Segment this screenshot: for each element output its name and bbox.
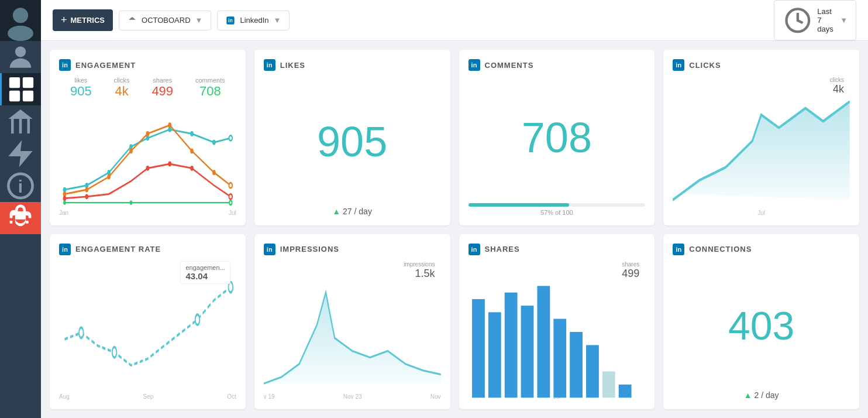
board-caret-icon: ▼: [195, 16, 203, 25]
clicks-li-icon: in: [673, 59, 684, 71]
shares-chart: shares 499: [469, 261, 646, 393]
comments-card: in COMMENTS 708 57% of 100: [459, 50, 655, 225]
connections-arrow-icon: ▲: [744, 390, 752, 400]
metrics-label: METRICS: [71, 16, 105, 25]
svg-point-1: [8, 26, 33, 41]
sidebar-item-user[interactable]: [0, 41, 41, 73]
connections-header: in CONNECTIONS: [673, 244, 850, 255]
eng-rate-x-oct: Oct: [227, 393, 236, 400]
sidebar-item-lightning[interactable]: [0, 138, 41, 170]
connections-big-number: 403: [728, 306, 794, 345]
svg-rect-55: [570, 332, 583, 398]
svg-marker-10: [8, 141, 32, 167]
likes-big-number: 905: [317, 121, 387, 163]
likes-stat: likes 905: [70, 77, 92, 99]
main-content: + METRICS OCTOBOARD ▼ in LinkedIn ▼ Last…: [41, 0, 868, 418]
connections-card: in CONNECTIONS 403 ▲ 2 / day: [663, 234, 859, 410]
impressions-li-icon: in: [264, 244, 275, 255]
eng-rate-chart: engagemen... 43.04: [59, 261, 236, 392]
engagement-x-jul: Jul: [229, 210, 236, 216]
add-metrics-button[interactable]: + METRICS: [53, 9, 113, 31]
svg-point-45: [112, 347, 117, 357]
shares-li-icon: in: [469, 244, 480, 255]
comments-big-number: 708: [522, 117, 592, 159]
engagement-rate-card: in ENGAGEMENT RATE engagemen... 43.04 Au…: [50, 234, 246, 410]
eng-rate-tooltip-label: engagemen...: [185, 264, 225, 271]
svg-point-24: [229, 135, 232, 141]
plus-icon: +: [61, 14, 67, 26]
sidebar-item-dashboard[interactable]: [0, 73, 41, 105]
svg-point-34: [63, 196, 67, 201]
sidebar-logo: [0, 0, 41, 41]
likes-per-day: ▲ 27 / day: [332, 207, 372, 216]
svg-point-39: [229, 194, 232, 199]
svg-rect-7: [11, 119, 14, 133]
svg-point-40: [63, 200, 66, 204]
comments-li-icon: in: [469, 59, 480, 71]
shares-tooltip-value: 499: [622, 268, 639, 280]
clicks-chart: clicks 4k: [673, 77, 850, 208]
impressions-tooltip-label: impressions: [404, 261, 435, 268]
likes-header: in LIKES: [264, 59, 441, 71]
clicks-tooltip-value: 4k: [830, 83, 844, 95]
shares-value: 499: [151, 84, 173, 99]
shares-tooltip: shares 499: [622, 261, 639, 280]
eng-rate-tooltip-value: 43.04: [185, 271, 225, 281]
engagement-card: in ENGAGEMENT likes 905 clicks 4k shares…: [50, 50, 246, 225]
svg-point-30: [168, 122, 171, 128]
engagement-title: ENGAGEMENT: [75, 61, 136, 70]
svg-rect-53: [537, 286, 550, 398]
svg-point-2: [15, 46, 26, 57]
connections-title: CONNECTIONS: [689, 245, 752, 253]
comments-value: 708: [195, 84, 225, 99]
impressions-title: IMPRESSIONS: [280, 245, 339, 253]
engagement-chart: [59, 104, 236, 207]
linkedin-caret-icon: ▼: [274, 16, 281, 25]
sidebar-item-bank[interactable]: [0, 105, 41, 138]
likes-title: LIKES: [280, 61, 305, 70]
sidebar-item-info[interactable]: i: [0, 170, 41, 202]
clicks-value: 4k: [114, 84, 130, 99]
clicks-header: in CLICKS: [673, 59, 850, 71]
svg-rect-5: [9, 91, 20, 101]
comments-progress-label: 57% of 100: [540, 209, 573, 216]
comments-title: COMMENTS: [485, 61, 534, 70]
svg-rect-57: [602, 371, 615, 398]
eng-rate-x-axis: Aug Sep Oct: [59, 393, 236, 400]
likes-li-icon: in: [264, 59, 275, 71]
comments-progress-bar: [469, 203, 646, 207]
engagement-header: in ENGAGEMENT: [59, 59, 236, 71]
connections-per-day: ▲ 2 / day: [744, 390, 779, 400]
svg-point-35: [85, 194, 88, 199]
impressions-tooltip-value: 1.5k: [404, 268, 435, 280]
svg-point-23: [212, 140, 216, 145]
shares-title: SHARES: [485, 245, 520, 253]
octoboard-dropdown[interactable]: OCTOBOARD ▼: [119, 11, 211, 30]
shares-card: in SHARES shares 499: [459, 234, 655, 410]
clicks-title: CLICKS: [689, 61, 721, 70]
engagement-x-jan: Jan: [59, 210, 68, 216]
shares-tooltip-label: shares: [622, 261, 639, 268]
dashboard-grid: in ENGAGEMENT likes 905 clicks 4k shares…: [41, 41, 868, 418]
linkedin-dropdown[interactable]: in LinkedIn ▼: [217, 11, 290, 30]
svg-point-33: [229, 183, 232, 188]
svg-point-26: [85, 187, 88, 193]
svg-rect-6: [23, 91, 33, 101]
connections-per-day-value: 2 / day: [754, 390, 779, 400]
connections-li-icon: in: [673, 244, 684, 255]
svg-point-38: [190, 166, 194, 171]
time-range-dropdown[interactable]: Last 7 days ▼: [774, 0, 856, 40]
clock-icon: [783, 5, 813, 36]
sidebar-item-bug[interactable]: [0, 202, 41, 234]
svg-rect-3: [9, 77, 20, 88]
svg-point-36: [146, 166, 150, 171]
svg-point-29: [146, 131, 150, 136]
eng-rate-title: ENGAGEMENT RATE: [75, 245, 161, 253]
svg-text:in: in: [228, 18, 233, 23]
svg-point-41: [130, 200, 133, 204]
shares-label: shares: [151, 77, 173, 84]
impressions-tooltip: impressions 1.5k: [404, 261, 435, 280]
svg-point-28: [129, 148, 133, 153]
likes-value: 905: [70, 84, 92, 99]
svg-rect-8: [19, 119, 22, 133]
